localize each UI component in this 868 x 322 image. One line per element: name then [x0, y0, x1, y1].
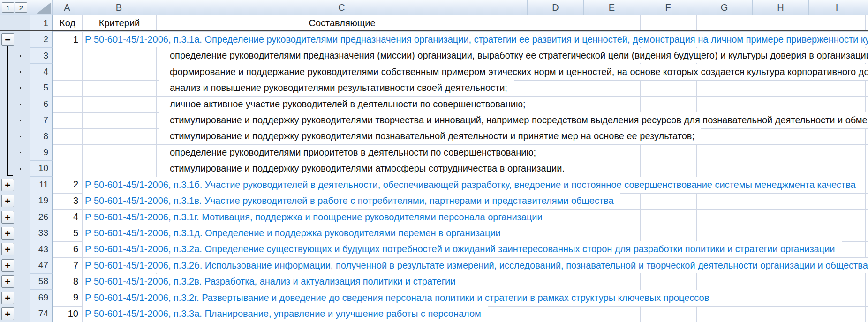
column-header-g[interactable]: G: [696, 0, 753, 15]
component-text: анализ и повышение руководителями резуль…: [170, 82, 507, 93]
cell-text[interactable]: личное активное участие руководителей в …: [159, 97, 532, 112]
cell-code[interactable]: 2: [53, 177, 82, 192]
row-header-74[interactable]: 74: [30, 306, 53, 322]
select-all-triangle-icon: [36, 2, 51, 14]
component-text: стимулирование и поддержку руководителям…: [170, 115, 868, 126]
row-header-6[interactable]: 6: [30, 96, 53, 112]
expand-group-button[interactable]: +: [1, 227, 14, 240]
cell-code[interactable]: 7: [53, 257, 82, 273]
row-header-69[interactable]: 69: [30, 290, 53, 306]
cell-text[interactable]: стимулирование и поддержку руководителям…: [159, 112, 868, 128]
cell-text[interactable]: Р 50-601-45/1-2006, п.3.2г. Развертывани…: [83, 290, 716, 306]
column-header-i[interactable]: I: [809, 0, 865, 15]
criterion-link-text: Р 50-601-45/1-2006, п.3.1г. Мотивация, п…: [85, 212, 543, 223]
row-header-47[interactable]: 47: [30, 257, 53, 273]
cell-code[interactable]: 9: [53, 290, 82, 305]
row-header-1[interactable]: 1: [30, 15, 53, 31]
cell-b1-kriterij[interactable]: Критерий: [83, 15, 156, 30]
row1-bottom-divider: [0, 30, 868, 31]
row-header-8[interactable]: 8: [30, 128, 53, 144]
cell-code[interactable]: 5: [53, 225, 82, 240]
cell-c1-sostavlyayushchie[interactable]: Составляющие: [157, 15, 528, 30]
expand-group-button[interactable]: +: [1, 275, 14, 288]
column-header-partial[interactable]: [865, 0, 868, 15]
column-header-a[interactable]: A: [53, 0, 82, 15]
cell-text[interactable]: Р 50-601-45/1-2006, п.3.1в. Участие руко…: [83, 193, 620, 209]
expand-group-button[interactable]: +: [1, 292, 14, 304]
cell-text[interactable]: Р 50-601-45/1-2006, п.3.1д. Определение …: [83, 225, 507, 241]
criterion-link-text: Р 50-601-45/1-2006, п.3.1в. Участие руко…: [85, 195, 614, 206]
cell-text[interactable]: Р 50-601-45/1-2006, п.3.2б. Использовани…: [83, 258, 868, 273]
component-text: личное активное участие руководителей в …: [170, 99, 525, 110]
outline-dot-icon: [20, 168, 21, 170]
outline-dot-icon: [20, 152, 21, 153]
column-header-c[interactable]: C: [156, 0, 528, 15]
row-header-2[interactable]: 2: [30, 31, 53, 47]
outline-dot-icon: [20, 120, 21, 121]
collapse-group-button[interactable]: −: [1, 33, 14, 46]
criterion-link-text: Р 50-601-45/1-2006, п.3.2а. Определение …: [85, 244, 835, 255]
column-header-e[interactable]: E: [584, 0, 640, 15]
row-header-3[interactable]: 3: [30, 48, 53, 64]
row-header-58[interactable]: 58: [30, 274, 53, 290]
cell-a1-kod[interactable]: Код: [53, 15, 82, 30]
outline-dot-icon: [20, 136, 21, 137]
row-header-4[interactable]: 4: [30, 64, 53, 80]
row-header-19[interactable]: 19: [30, 193, 53, 209]
cell-text[interactable]: определение руководителями предназначени…: [159, 48, 868, 63]
outline-level-1-button[interactable]: 1: [2, 2, 14, 13]
column-header-f[interactable]: F: [640, 0, 696, 15]
expand-group-button[interactable]: +: [1, 243, 14, 255]
column-header-h[interactable]: H: [753, 0, 809, 15]
row-header-11[interactable]: 11: [30, 177, 53, 193]
outline-dot-icon: [20, 55, 21, 57]
row-header-5[interactable]: 5: [30, 80, 53, 96]
select-all-button[interactable]: [30, 0, 53, 15]
spreadsheet-grid: 12ABCDEFGHI1КодКритерийСоставляющие21Р 5…: [0, 0, 868, 322]
cell-text[interactable]: стимулирование и поддержку руководителям…: [159, 161, 571, 176]
component-text: определение руководителями предназначени…: [170, 50, 868, 61]
criterion-link-text: Р 50-601-45/1-2006, п.3.2в. Разработка, …: [85, 276, 455, 287]
column-header-b[interactable]: B: [82, 0, 156, 15]
cell-code[interactable]: 6: [53, 241, 82, 257]
criterion-link-text: Р 50-601-45/1-2006, п.3.3а. Планирование…: [85, 308, 481, 319]
cell-text[interactable]: анализ и повышение руководителями резуль…: [159, 80, 514, 96]
row-header-43[interactable]: 43: [30, 241, 53, 257]
expand-group-button[interactable]: +: [1, 211, 14, 224]
cell-text[interactable]: Р 50-601-45/1-2006, п.3.2в. Разработка, …: [83, 274, 462, 289]
row-header-7[interactable]: 7: [30, 112, 53, 128]
row-header-33[interactable]: 33: [30, 225, 53, 241]
component-text: стимулирование и поддержку руководителям…: [170, 131, 694, 142]
cell-text[interactable]: определение руководителями приоритетов в…: [159, 145, 543, 160]
cell-text[interactable]: Р 50-601-45/1-2006, п.3.1г. Мотивация, п…: [83, 210, 549, 225]
expand-group-button[interactable]: +: [1, 195, 14, 207]
cell-code[interactable]: 8: [53, 274, 82, 289]
cell-text[interactable]: Р 50-601-45/1-2006, п.3.3а. Планирование…: [83, 306, 488, 322]
criterion-link-text: Р 50-601-45/1-2006, п.3.1б. Участие руко…: [85, 180, 856, 190]
expand-group-button[interactable]: +: [1, 259, 14, 272]
cell-code[interactable]: 1: [53, 31, 82, 47]
column-header-d[interactable]: D: [528, 0, 584, 15]
cell-text[interactable]: Р 50-601-45/1-2006, п.3.2а. Определение …: [83, 241, 842, 257]
cell-text[interactable]: Р 50-601-45/1-2006, п.3.1а. Определение …: [83, 32, 868, 47]
outline-dot-icon: [20, 87, 21, 89]
cell-text[interactable]: стимулирование и поддержку руководителям…: [159, 128, 701, 144]
cell-text[interactable]: Р 50-601-45/1-2006, п.3.1б. Участие руко…: [83, 177, 862, 193]
component-text: формирование и поддержание руководителям…: [170, 67, 868, 77]
outline-level-2-button[interactable]: 2: [15, 2, 27, 13]
column-gridline: [82, 15, 83, 322]
row-header-10[interactable]: 10: [30, 161, 53, 177]
expand-group-button[interactable]: +: [1, 307, 14, 320]
row-header-26[interactable]: 26: [30, 209, 53, 225]
expand-group-button[interactable]: +: [1, 179, 14, 191]
outline-connector-tick: [7, 175, 13, 176]
criterion-link-text: Р 50-601-45/1-2006, п.3.1д. Определение …: [85, 228, 501, 239]
outline-dot-icon: [20, 71, 21, 73]
cell-code[interactable]: 10: [53, 306, 82, 322]
cell-code[interactable]: 4: [53, 209, 82, 225]
row-header-9[interactable]: 9: [30, 144, 53, 160]
cell-code[interactable]: 3: [53, 193, 82, 209]
cell-text[interactable]: формирование и поддержание руководителям…: [159, 64, 868, 80]
criterion-link-text: Р 50-601-45/1-2006, п.3.2б. Использовани…: [85, 260, 868, 271]
outline-dot-icon: [20, 104, 21, 105]
